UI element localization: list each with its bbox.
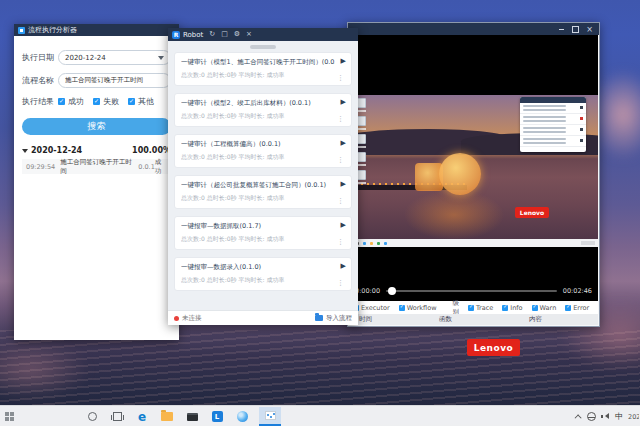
search-button[interactable]: 搜索	[22, 118, 171, 135]
run-status: 成功	[155, 158, 167, 176]
import-process-button[interactable]: 导入流程	[315, 314, 352, 323]
player-titlebar[interactable]: ×	[348, 23, 599, 35]
date-value: 2020-12-24	[65, 54, 106, 62]
run-icon[interactable]: ▶	[341, 57, 346, 65]
log-icon[interactable]: □	[221, 31, 228, 38]
ime-indicator[interactable]: 中	[615, 411, 623, 422]
log-table-header: 时间 函数 内容	[349, 314, 598, 325]
video-canvas[interactable]: Lenovo 0:00:00 00:02:46	[349, 35, 598, 301]
analyzer-titlebar[interactable]: 流程执行分析器	[14, 24, 179, 36]
desktop-icon	[357, 98, 366, 108]
cortana-icon	[88, 412, 97, 421]
checkbox-icon[interactable]	[128, 98, 135, 105]
more-menu-icon[interactable]: ⋮	[337, 156, 344, 164]
checkbox-icon[interactable]	[468, 305, 474, 311]
checkbox-icon[interactable]	[58, 98, 65, 105]
run-icon[interactable]: ▶	[341, 139, 346, 147]
run-icon[interactable]: ▶	[341, 221, 346, 229]
clock[interactable]: 202	[628, 413, 639, 421]
filter-workflow[interactable]: Workflow	[399, 304, 437, 312]
time-total: 00:02:46	[563, 287, 592, 295]
mini-popup-row	[520, 136, 586, 147]
process-card[interactable]: 一键审计（超公司批复概算签订施工合同）(0.0.1) 总次数:0 总时长:0秒 …	[174, 175, 352, 209]
checkbox-icon[interactable]	[502, 305, 508, 311]
chevron-down-icon	[158, 56, 164, 60]
filter-info[interactable]: Info	[502, 304, 522, 312]
analyzer-body: 执行日期 2020-12-24 流程名称 执行结果 成功 失败	[14, 36, 179, 180]
more-menu-icon[interactable]: ⋮	[337, 115, 344, 123]
column-content: 内容	[529, 315, 542, 324]
checkbox-icon[interactable]	[565, 305, 571, 311]
filter-error[interactable]: Error	[565, 304, 589, 312]
process-list: 一键审计（模型1、施工合同签订晚于开工时间）(0.0.1) 总次数:0 总时长:…	[168, 52, 358, 291]
result-fail-option[interactable]: 失败	[93, 96, 119, 107]
file-explorer-button[interactable]	[159, 408, 175, 425]
water-reflection	[0, 330, 640, 406]
result-row[interactable]: 09:29:54 施工合同签订晚于开工时间 0.0.1 成功	[22, 159, 171, 174]
process-card[interactable]: 一键审计（工程概算偏高）(0.0.1) 总次数:0 总时长:0秒 平均时长: 成…	[174, 134, 352, 168]
expander-icon[interactable]	[22, 149, 28, 153]
robot-titlebar[interactable]: R Robot ↻ □ ⚙ ×	[168, 28, 358, 41]
lenovo-logo-in-video: Lenovo	[515, 207, 549, 218]
disconnected-icon	[174, 316, 179, 321]
result-group-row[interactable]: 2020-12-24 100.00%	[22, 146, 171, 155]
log-filter-bar: Executor Workflow 级别 Trace Info Warn Er	[349, 301, 598, 314]
more-menu-icon[interactable]: ⋮	[337, 238, 344, 246]
run-icon[interactable]: ▶	[341, 98, 346, 106]
settings-icon[interactable]: ⚙	[234, 31, 240, 38]
bubble-tent	[439, 153, 481, 195]
process-card[interactable]: 一键报审—数据录入(0.1.0) 总次数:0 总时长:0秒 平均时长: 成功率 …	[174, 257, 352, 291]
maximize-icon[interactable]	[570, 25, 581, 34]
mini-icon	[363, 242, 366, 245]
task-view-button[interactable]	[109, 408, 125, 425]
mail-button[interactable]	[184, 408, 200, 425]
checkbox-icon[interactable]	[532, 305, 538, 311]
browser-button[interactable]	[234, 408, 250, 425]
process-card[interactable]: 一键报审—数据抓取(0.1.7) 总次数:0 总时长:0秒 平均时长: 成功率 …	[174, 216, 352, 250]
cortana-button[interactable]	[84, 408, 100, 425]
option-label: 其他	[138, 96, 154, 107]
process-name-input[interactable]	[58, 73, 171, 88]
run-icon[interactable]: ▶	[341, 262, 346, 270]
time-current: 0:00:00	[355, 287, 380, 295]
minimize-icon[interactable]	[556, 25, 567, 34]
drag-handle[interactable]	[250, 45, 276, 49]
analyzer-app-button-active[interactable]	[259, 407, 281, 426]
seek-bar[interactable]: 0:00:00 00:02:46	[349, 284, 598, 297]
robot-window: R Robot ↻ □ ⚙ × 一键审计（模型1、施工合同签订晚于开工时间）(0…	[168, 28, 358, 325]
option-label: 成功	[68, 96, 84, 107]
lenovo-app-button[interactable]	[209, 408, 225, 425]
edge-button[interactable]	[134, 408, 150, 425]
more-menu-icon[interactable]: ⋮	[337, 197, 344, 205]
date-select[interactable]: 2020-12-24	[58, 50, 171, 65]
process-card[interactable]: 一键审计（模型2、竣工后出库材料）(0.0.1) 总次数:0 总时长:0秒 平均…	[174, 93, 352, 127]
group-date: 2020-12-24	[31, 146, 82, 155]
close-icon[interactable]: ×	[584, 25, 595, 34]
filter-executor[interactable]: Executor	[353, 304, 390, 312]
filter-trace[interactable]: Trace	[468, 304, 493, 312]
video-desktop-icons	[357, 98, 366, 180]
hidden-icons-chevron[interactable]	[575, 414, 582, 421]
more-menu-icon[interactable]: ⋮	[337, 279, 344, 287]
seek-knob[interactable]	[388, 287, 396, 295]
sync-icon[interactable]: ↻	[209, 31, 215, 38]
more-menu-icon[interactable]: ⋮	[337, 74, 344, 82]
process-stats: 总次数:0 总时长:0秒 平均时长: 成功率	[181, 112, 335, 121]
window-title: 流程执行分析器	[28, 25, 77, 35]
filter-warn[interactable]: Warn	[532, 304, 557, 312]
desktop-icon	[357, 134, 366, 144]
video-frame-desktop: Lenovo	[349, 95, 598, 247]
process-title: 一键审计（超公司批复概算签订施工合同）(0.0.1)	[181, 181, 335, 190]
checkbox-icon[interactable]	[399, 305, 405, 311]
result-other-option[interactable]: 其他	[128, 96, 154, 107]
result-success-option[interactable]: 成功	[58, 96, 84, 107]
close-icon[interactable]: ×	[246, 31, 252, 38]
volume-icon[interactable]	[601, 412, 610, 421]
start-button[interactable]	[5, 412, 14, 421]
seek-track[interactable]	[386, 290, 557, 292]
checkbox-icon[interactable]	[93, 98, 100, 105]
process-card[interactable]: 一键审计（模型1、施工合同签订晚于开工时间）(0.0.1) 总次数:0 总时长:…	[174, 52, 352, 86]
run-icon[interactable]: ▶	[341, 180, 346, 188]
network-icon[interactable]	[587, 412, 596, 421]
analyzer-window: 流程执行分析器 执行日期 2020-12-24 流程名称 执行结果 成功	[14, 24, 179, 340]
